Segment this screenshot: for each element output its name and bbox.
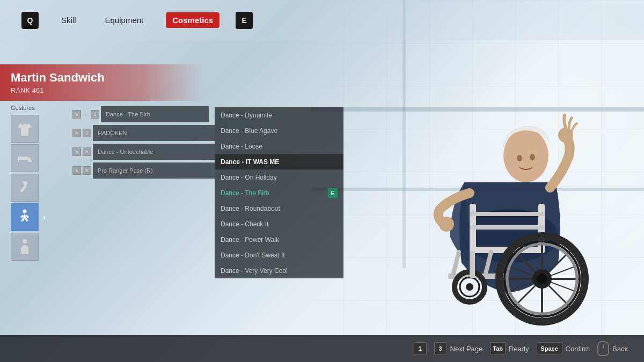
sidebar-slot-4-dancer[interactable]: › xyxy=(11,203,39,231)
key-badge-1: 1 xyxy=(414,342,427,355)
e-key[interactable]: E xyxy=(236,12,253,29)
slot-key-1: 1 xyxy=(91,110,99,119)
list-item-very-very-cool[interactable]: Dance - Very Very Cool xyxy=(215,263,343,278)
list-item-dynamite[interactable]: Dance - Dynamite xyxy=(215,107,343,123)
bottom-bar: 1 3 Next Page Tab Ready Space Confirm Ba… xyxy=(0,335,644,362)
svg-rect-31 xyxy=(470,251,475,278)
bottom-key-3: 3 Next Page xyxy=(434,342,483,355)
list-item-on-holiday[interactable]: Dance - On Holiday xyxy=(215,169,343,185)
bottom-key-mouse: Back xyxy=(597,341,628,356)
list-item-check-it[interactable]: Dance - Check It xyxy=(215,216,343,232)
ready-label: Ready xyxy=(509,345,529,353)
gesture-slot-row-2: 🖱 2 HADOKEN xyxy=(72,125,215,141)
list-item-it-was-me[interactable]: Dance - IT WAS ME xyxy=(215,154,343,169)
key-badge-tab: Tab xyxy=(490,342,506,355)
slot-key-2: 2 xyxy=(83,129,91,137)
svg-point-8 xyxy=(503,129,548,182)
cosmetics-tab[interactable]: Cosmetics xyxy=(166,12,219,28)
sidebar-slot-3[interactable] xyxy=(11,174,39,202)
sidebar-slot-5[interactable] xyxy=(11,233,39,261)
equipped-badge: E xyxy=(328,188,338,198)
gesture-slot-input-3[interactable]: Dance - Untouchable xyxy=(93,144,215,160)
svg-point-33 xyxy=(23,239,27,243)
character-illustration xyxy=(386,32,628,329)
svg-point-6 xyxy=(439,217,454,232)
gesture-slot-input-2[interactable]: HADOKEN xyxy=(93,125,215,141)
mouse-icon xyxy=(597,341,609,356)
character-rank: RANK 461 xyxy=(11,86,193,94)
gesture-slots-panel: 🖱 + 1 Dance - The Birb › 🖱 2 HADOKEN 🖱 ✕… xyxy=(72,106,215,181)
svg-rect-15 xyxy=(470,225,545,230)
slot-key-mouse-3: 🖱 xyxy=(72,147,81,156)
slot-key-mouse-4: 🖱 xyxy=(72,166,81,175)
svg-point-9 xyxy=(517,155,522,161)
character-info-panel: Martin Sandwich RANK 461 xyxy=(0,64,204,101)
key-badge-space: Space xyxy=(537,342,562,355)
sidebar-slot-1[interactable] xyxy=(11,115,39,143)
slot-key-mouse-1: 🖱 xyxy=(72,110,81,119)
character-name: Martin Sandwich xyxy=(11,71,193,85)
skill-tab[interactable]: Skill xyxy=(55,12,83,28)
next-page-label: Next Page xyxy=(450,345,483,353)
list-item-roundabout[interactable]: Dance - Roundabout xyxy=(215,201,343,216)
bottom-key-1: 1 xyxy=(414,342,427,355)
list-item-blue-agave[interactable]: Dance - Blue Agave xyxy=(215,123,343,138)
svg-point-32 xyxy=(23,210,27,213)
sidebar-slot-2[interactable] xyxy=(11,144,39,172)
key-badge-3: 3 xyxy=(434,342,447,355)
bottom-key-space: Space Confirm xyxy=(537,342,590,355)
slot-plus-1: + xyxy=(83,111,89,117)
svg-rect-14 xyxy=(470,212,545,216)
gesture-slot-input-4[interactable]: Pro Ranger Pose (R) xyxy=(93,162,215,179)
gestures-label: Gestures xyxy=(11,105,39,111)
svg-point-30 xyxy=(466,283,473,291)
list-item-dont-sweat-it[interactable]: Dance - Don't Sweat It xyxy=(215,247,343,263)
gesture-slot-input-1[interactable]: Dance - The Birb xyxy=(101,106,209,122)
back-label: Back xyxy=(612,345,628,353)
dance-items-list: Dance - Dynamite Dance - Blue Agave Danc… xyxy=(215,107,343,278)
svg-point-7 xyxy=(558,128,573,143)
q-key[interactable]: Q xyxy=(21,12,39,29)
slot-key-mouse-2: 🖱 xyxy=(72,129,81,137)
list-item-loose[interactable]: Dance - Loose xyxy=(215,138,343,154)
slot-key-x-4: ✕ xyxy=(83,166,91,175)
bottom-key-tab: Tab Ready xyxy=(490,342,529,355)
confirm-label: Confirm xyxy=(566,345,590,353)
gesture-slot-row-4: 🖱 ✕ Pro Ranger Pose (R) xyxy=(72,162,215,179)
svg-point-26 xyxy=(537,274,547,284)
gesture-slot-row-3: 🖱 ✕ Dance - Untouchable xyxy=(72,144,215,160)
svg-point-10 xyxy=(530,154,535,160)
list-item-the-birb[interactable]: Dance - The Birb E xyxy=(215,185,343,201)
list-item-power-walk[interactable]: Dance - Power Walk xyxy=(215,232,343,247)
slot-key-x-3: ✕ xyxy=(83,147,91,156)
gesture-slot-row-1: 🖱 + 1 Dance - The Birb › xyxy=(72,106,215,122)
equipment-tab[interactable]: Equipment xyxy=(99,12,150,28)
top-navigation: Q Skill Equipment Cosmetics E xyxy=(0,0,644,40)
